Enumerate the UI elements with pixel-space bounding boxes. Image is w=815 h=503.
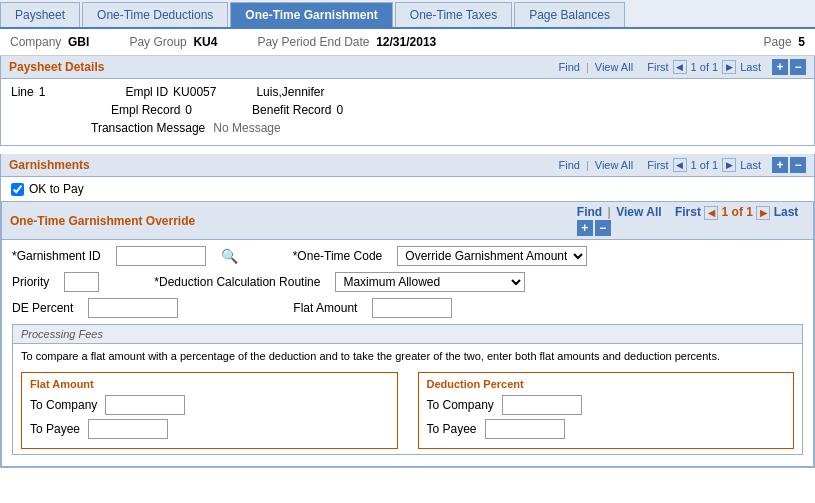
override-last-link[interactable]: Last [774,205,799,219]
pay-period-field: Pay Period End Date 12/31/2013 [257,35,436,49]
processing-fees-title: Processing Fees [21,328,103,340]
page-field: Page 5 [764,35,805,49]
paysheet-details-title: Paysheet Details [9,60,104,74]
pct-to-payee-row: To Payee [427,419,786,439]
one-time-code-label: *One-Time Code [293,249,383,263]
paysheet-prev-arrow[interactable]: ◀ [673,60,687,74]
empl-id-field: Empl ID KU0057 [125,85,216,99]
company-field: Company GBI [10,35,89,49]
flat-to-payee-row: To Payee [30,419,389,439]
override-add-button[interactable]: + [577,220,593,236]
flat-amount-label: Flat Amount [293,301,357,315]
lookup-icon[interactable]: 🔍 [221,248,238,264]
garnishments-add-button[interactable]: + [772,157,788,173]
fees-columns: Flat Amount To Company To Payee [21,372,794,449]
override-title: One-Time Garnishment Override [10,214,195,228]
flat-to-payee-input[interactable] [88,419,168,439]
override-first-link[interactable]: First [675,205,701,219]
processing-description: To compare a flat amount with a percenta… [21,349,794,364]
ok-to-pay-label: OK to Pay [29,182,84,196]
priority-input[interactable] [64,272,99,292]
garnishments-last-link[interactable]: Last [740,159,761,171]
de-percent-label: DE Percent [12,301,73,315]
employee-name-field: Luis,Jennifer [256,85,324,99]
flat-amount-input[interactable] [372,298,452,318]
de-percent-input[interactable] [88,298,178,318]
tab-bar: Paysheet One-Time Deductions One-Time Ga… [0,0,815,29]
garnishment-id-input[interactable] [116,246,206,266]
garnishments-add-remove: + − [772,157,806,173]
garnishments-header: Garnishments Find | View All First ◀ 1 o… [0,154,815,177]
garnishments-find-link[interactable]: Find [559,159,580,171]
deduction-calc-label: *Deduction Calculation Routine [154,275,320,289]
paysheet-first-link[interactable]: First [647,61,668,73]
garnishments-title: Garnishments [9,158,90,172]
override-next-arrow[interactable]: ▶ [756,206,770,220]
pct-to-company-label: To Company [427,398,494,412]
empl-record-field: Empl Record 0 [111,103,192,117]
transaction-message-row: Transaction Message No Message [11,121,804,135]
override-view-all-link[interactable]: View All [616,205,661,219]
tab-one-time-deductions[interactable]: One-Time Deductions [82,2,228,27]
pay-group-field: Pay Group KU4 [129,35,217,49]
override-row-3: DE Percent Flat Amount [12,298,803,318]
paysheet-view-all-link[interactable]: View All [595,61,633,73]
pct-to-payee-label: To Payee [427,422,477,436]
paysheet-row-2: Empl Record 0 Benefit Record 0 [11,103,804,117]
priority-label: Priority [12,275,49,289]
override-row-2: Priority *Deduction Calculation Routine … [12,272,803,292]
flat-to-company-row: To Company [30,395,389,415]
paysheet-last-link[interactable]: Last [740,61,761,73]
override-prev-arrow[interactable]: ◀ [704,206,718,220]
paysheet-add-button[interactable]: + [772,59,788,75]
deduction-percent-box-title: Deduction Percent [427,378,786,390]
pct-to-payee-input[interactable] [485,419,565,439]
paysheet-add-remove: + − [772,59,806,75]
override-body: *Garnishment ID 🔍 *One-Time Code Overrid… [2,240,813,466]
pct-to-company-input[interactable] [502,395,582,415]
paysheet-details-body: Line 1 Empl ID KU0057 Luis,Jennifer Empl… [0,79,815,146]
paysheet-remove-button[interactable]: − [790,59,806,75]
pct-to-company-row: To Company [427,395,786,415]
tab-one-time-taxes[interactable]: One-Time Taxes [395,2,512,27]
paysheet-details-nav: Find | View All First ◀ 1 of 1 ▶ Last + … [559,59,807,75]
ok-to-pay-row: OK to Pay [1,177,814,201]
header-info: Company GBI Pay Group KU4 Pay Period End… [0,29,815,56]
flat-amount-box: Flat Amount To Company To Payee [21,372,398,449]
paysheet-row-1: Line 1 Empl ID KU0057 Luis,Jennifer [11,85,804,99]
flat-to-company-label: To Company [30,398,97,412]
flat-to-payee-label: To Payee [30,422,80,436]
paysheet-next-arrow[interactable]: ▶ [722,60,736,74]
garnishments-first-link[interactable]: First [647,159,668,171]
one-time-code-select[interactable]: Override Garnishment Amounts Override Am… [397,246,587,266]
garnishment-id-label: *Garnishment ID [12,249,101,263]
garnishments-prev-arrow[interactable]: ◀ [673,158,687,172]
override-row-1: *Garnishment ID 🔍 *One-Time Code Overrid… [12,246,803,266]
flat-amount-box-title: Flat Amount [30,378,389,390]
deduction-percent-box: Deduction Percent To Company To Payee [418,372,795,449]
garnishments-body: OK to Pay One-Time Garnishment Override … [0,177,815,468]
processing-fees-body: To compare a flat amount with a percenta… [13,344,802,454]
ok-to-pay-checkbox[interactable] [11,183,24,196]
garnishments-remove-button[interactable]: − [790,157,806,173]
override-remove-button[interactable]: − [595,220,611,236]
line-field: Line 1 [11,85,45,99]
garnishments-next-arrow[interactable]: ▶ [722,158,736,172]
paysheet-details-header: Paysheet Details Find | View All First ◀… [0,56,815,79]
override-find-link[interactable]: Find [577,205,602,219]
override-section: One-Time Garnishment Override Find | Vie… [1,201,814,467]
deduction-calc-select[interactable]: Maximum Allowed Flat Amount Percentage [335,272,525,292]
garnishments-view-all-link[interactable]: View All [595,159,633,171]
override-pagination: 1 of 1 [722,205,753,219]
tab-paysheet[interactable]: Paysheet [0,2,80,27]
override-header: One-Time Garnishment Override Find | Vie… [2,202,813,240]
tab-page-balances[interactable]: Page Balances [514,2,625,27]
benefit-record-field: Benefit Record 0 [252,103,343,117]
tab-one-time-garnishment[interactable]: One-Time Garnishment [230,2,392,27]
flat-to-company-input[interactable] [105,395,185,415]
paysheet-find-link[interactable]: Find [559,61,580,73]
garnishments-nav: Find | View All First ◀ 1 of 1 ▶ Last + … [559,157,807,173]
garnishments-pagination: 1 of 1 [691,159,719,171]
garnishments-section: Garnishments Find | View All First ◀ 1 o… [0,154,815,468]
override-add-remove: + − [577,220,805,236]
